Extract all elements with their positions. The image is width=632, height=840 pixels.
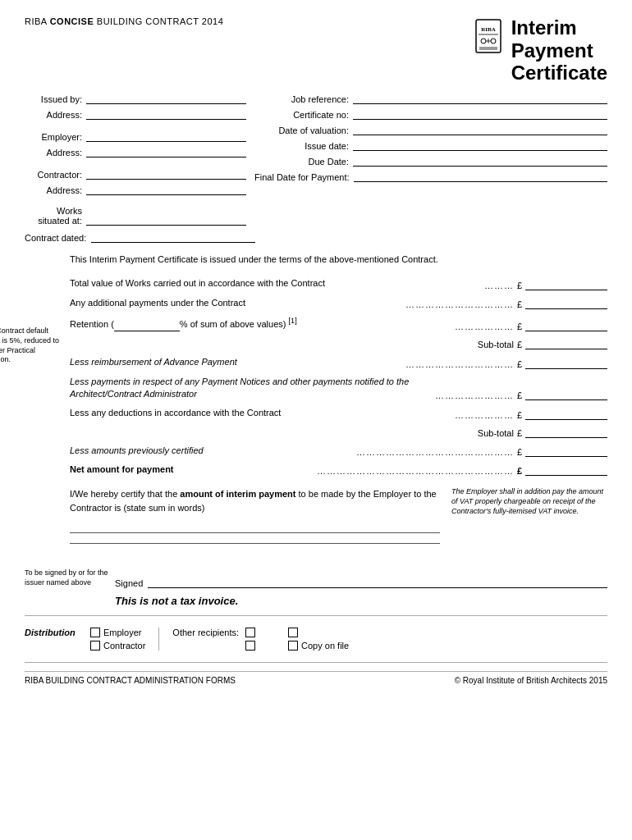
concise-label: CONCISE	[50, 16, 94, 26]
row7-pound: £	[517, 447, 525, 457]
contractor-address-row: Address:	[25, 184, 254, 195]
signed-label: Signed	[115, 578, 148, 588]
row5-dots: ……………………	[435, 390, 517, 400]
contract-dated-value[interactable]	[91, 231, 255, 243]
row3-dots: ………………	[455, 322, 517, 331]
page: RIBA CONCISE BUILDING CONTRACT 2014 RIBA…	[0, 0, 632, 840]
svg-point-3	[481, 39, 486, 43]
signed-line[interactable]	[148, 577, 607, 588]
calc-row-2: Any additional payments under the Contra…	[70, 297, 607, 309]
works-value[interactable]	[86, 214, 246, 226]
subtotal2-pound: £	[517, 428, 525, 438]
not-tax-label: This is not a tax invoice.	[115, 595, 607, 607]
row6-pound: £	[517, 410, 525, 420]
cert-no-row: Certificate no:	[254, 108, 607, 120]
date-valuation-value[interactable]	[353, 124, 607, 135]
row2-dots: ……………………………	[405, 299, 517, 309]
row2-label: Any additional payments under the Contra…	[70, 297, 405, 309]
distribution-divider	[25, 615, 607, 616]
svg-text:RIBA: RIBA	[481, 26, 496, 33]
right-fields: Job reference: Certificate no: Date of v…	[254, 93, 607, 230]
cert-no-label: Certificate no:	[254, 110, 353, 120]
row3-pound: £	[517, 322, 525, 331]
employer-label: Employer:	[25, 132, 86, 142]
row7-value[interactable]	[525, 445, 607, 457]
final-date-label: Final Date for Payment:	[254, 172, 354, 182]
dist-other-checkbox-1[interactable]	[245, 628, 255, 637]
dist-contractor-checkbox[interactable]	[90, 641, 100, 651]
contractor-value[interactable]	[86, 168, 246, 180]
title-line2: Payment	[511, 39, 593, 62]
row4-pound: £	[517, 359, 525, 369]
employer-address-value[interactable]	[86, 146, 246, 158]
dist-contractor-item: Contractor	[90, 641, 145, 651]
issued-by-label: Issued by:	[25, 94, 86, 104]
row3-footnote: [1]	[289, 317, 297, 325]
row1-value[interactable]	[525, 279, 607, 290]
riba-logo-icon: RIBA	[472, 18, 505, 55]
row6-value[interactable]	[525, 409, 607, 420]
row6-dots: ………………	[455, 410, 517, 420]
final-date-value[interactable]	[354, 171, 607, 182]
row3-label: Retention ( % of sum of above values) [1…	[70, 316, 455, 331]
due-date-value[interactable]	[353, 155, 607, 167]
body-section: This Interim Payment Certificate is issu…	[70, 253, 607, 477]
contractor-row: Contractor:	[25, 168, 254, 180]
dist-other-boxes	[245, 628, 255, 651]
row7-label: Less amounts previously certified	[70, 445, 356, 457]
issued-by-value[interactable]	[86, 93, 246, 104]
footer-left: RIBA BUILDING CONTRACT ADMINISTRATION FO…	[25, 676, 236, 685]
job-ref-label: Job reference:	[254, 94, 353, 104]
subtotal1-value[interactable]	[525, 338, 607, 349]
row5-value[interactable]	[525, 389, 607, 400]
subtotal1-pound: £	[517, 340, 525, 349]
calc-row-4: Less reimbursement of Advance Payment ………	[70, 356, 607, 368]
issued-address-label: Address:	[25, 110, 86, 120]
row3-value[interactable]	[525, 320, 607, 331]
dist-main-col: Employer Contractor	[90, 628, 145, 651]
subtotal2-value[interactable]	[525, 427, 607, 438]
signed-row: Signed	[115, 577, 607, 588]
dist-employer-checkbox[interactable]	[90, 628, 100, 637]
intro-text: This Interim Payment Certificate is issu…	[70, 253, 607, 267]
vat-notice-text: The Employer shall in addition pay the a…	[451, 487, 603, 514]
contractor-address-value[interactable]	[86, 184, 246, 195]
row6-label: Less any deductions in accordance with t…	[70, 407, 455, 419]
dist-employer-item: Employer	[90, 628, 145, 637]
subtotal-row-2: Sub-total £	[70, 427, 607, 438]
contract-suffix: BUILDING CONTRACT 2014	[94, 16, 223, 26]
dist-copy-checkbox[interactable]	[288, 641, 298, 651]
row2-value[interactable]	[525, 298, 607, 309]
dist-contractor-label: Contractor	[103, 641, 145, 651]
subtotal1-label: Sub-total	[478, 340, 517, 349]
issued-by-row: Issued by:	[25, 93, 254, 104]
dist-other-checkbox-2[interactable]	[245, 641, 255, 651]
certify-before-bold: I/We hereby certify that the	[70, 489, 180, 499]
employer-value[interactable]	[86, 130, 246, 142]
date-valuation-row: Date of valuation:	[254, 124, 607, 135]
footnote: [1] The Contract default retention is 5%…	[0, 326, 62, 365]
dist-copy-row: Copy on file	[288, 641, 349, 651]
row8-value[interactable]	[525, 464, 607, 476]
calc-row-3: Retention ( % of sum of above values) [1…	[70, 316, 607, 331]
row4-value[interactable]	[525, 358, 607, 369]
issue-date-row: Issue date:	[254, 139, 607, 151]
final-date-row: Final Date for Payment:	[254, 171, 607, 182]
dist-extra-checkbox-1[interactable]	[288, 628, 298, 637]
certify-text: I/We hereby certify that the amount of i…	[70, 487, 440, 544]
job-ref-value[interactable]	[353, 93, 607, 104]
issued-address-value[interactable]	[86, 108, 246, 120]
signature-section: To be signed by or for the issuer named …	[25, 560, 607, 606]
dist-employer-label: Employer	[103, 628, 141, 637]
certify-section: I/We hereby certify that the amount of i…	[70, 487, 607, 544]
header-title-block: RIBA CONCISE BUILDING CONTRACT 2014	[25, 16, 223, 26]
contractor-label: Contractor:	[25, 170, 86, 180]
document-title: Interim Payment Certificate	[511, 16, 607, 84]
issue-date-value[interactable]	[353, 139, 607, 151]
title-line3: Certificate	[511, 62, 607, 84]
cert-no-value[interactable]	[353, 108, 607, 120]
svg-point-4	[491, 39, 496, 43]
footer: RIBA BUILDING CONTRACT ADMINISTRATION FO…	[25, 671, 607, 685]
distribution-items: Employer Contractor Other recipients:	[90, 628, 607, 651]
calc-row-5: Less payments in respect of any Payment …	[70, 376, 607, 401]
